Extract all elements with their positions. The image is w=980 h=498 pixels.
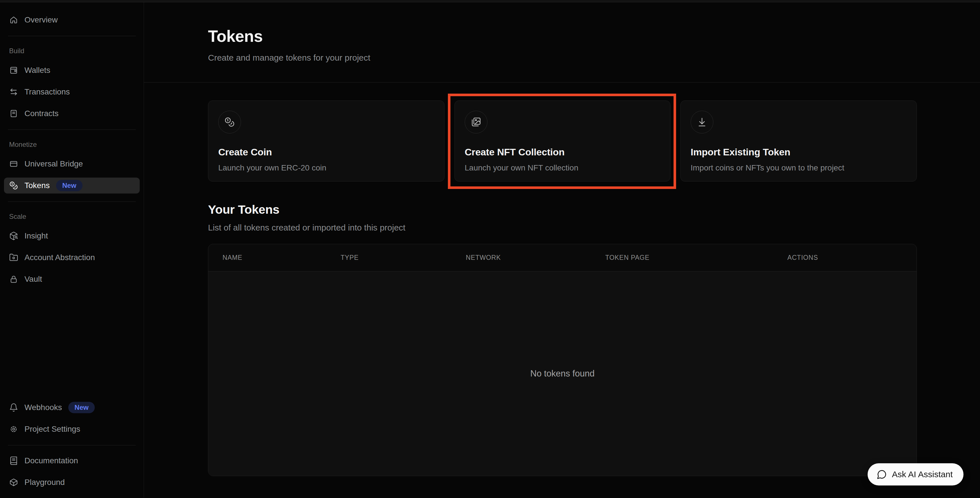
sidebar-footer: Webhooks New Project Settings Documentat… [0,399,144,490]
divider [8,129,136,130]
sidebar-item-universal-bridge[interactable]: Universal Bridge [4,156,140,172]
sidebar: Overview Build Wallets Transactions [0,2,144,498]
sidebar-item-label: Documentation [24,456,78,465]
folder-icon [9,253,18,262]
tokens-table-body: No tokens found [208,272,916,476]
create-coin-card[interactable]: Create Coin Launch your own ERC-20 coin [208,100,444,181]
cube-icon [9,478,18,487]
sidebar-section-scale: Scale [9,213,135,221]
sidebar-item-label: Universal Bridge [24,159,83,169]
column-header-type: TYPE [340,254,466,261]
sidebar-item-label: Contracts [24,109,59,118]
card-subtitle: Import coins or NFTs you own to the proj… [690,163,907,172]
sidebar-item-documentation[interactable]: Documentation [4,453,140,469]
sidebar-item-label: Insight [24,231,48,240]
sidebar-item-playground[interactable]: Playground [4,474,140,490]
create-nft-collection-card[interactable]: Create NFT Collection Launch your own NF… [455,100,670,181]
column-header-actions: ACTIONS [788,254,916,261]
column-header-network: NETWORK [466,254,605,261]
app-container: Overview Build Wallets Transactions [0,2,980,498]
gear-icon [9,425,18,434]
download-icon [690,111,713,134]
new-badge: New [68,402,95,413]
sidebar-item-label: Webhooks [24,403,62,412]
page-subtitle: Create and manage tokens for your projec… [208,53,917,63]
sidebar-item-tokens[interactable]: Tokens New [4,178,140,194]
column-header-name: NAME [223,254,340,261]
credit-card-icon [9,159,18,169]
card-title: Import Existing Token [690,146,907,158]
new-badge: New [56,180,83,191]
sidebar-item-label: Playground [24,478,65,487]
card-subtitle: Launch your own ERC-20 coin [218,163,434,172]
page-header: Tokens Create and manage tokens for your… [144,2,980,83]
wallet-icon [9,66,18,75]
card-subtitle: Launch your own NFT collection [465,163,660,172]
sidebar-item-contracts[interactable]: Contracts [4,106,140,121]
sidebar-item-label: Project Settings [24,425,80,434]
chat-bubble-icon [877,469,887,479]
sidebar-item-wallets[interactable]: Wallets [4,62,140,78]
arrows-left-right-icon [9,88,18,97]
divider [8,36,136,36]
bell-icon [9,403,18,412]
highlighted-card-wrapper: Create NFT Collection Launch your own NF… [455,100,670,181]
sidebar-item-account-abstraction[interactable]: Account Abstraction [4,250,140,266]
lock-icon [9,275,18,284]
import-existing-token-card[interactable]: Import Existing Token Import coins or NF… [680,100,917,181]
tokens-table-header: NAME TYPE NETWORK TOKEN PAGE ACTIONS [208,244,916,272]
sidebar-section-monetize: Monetize [9,141,135,148]
sidebar-item-label: Overview [24,15,58,24]
empty-state-message: No tokens found [530,369,595,379]
sidebar-item-insight[interactable]: Insight [4,228,140,244]
card-title: Create Coin [218,146,434,158]
sidebar-item-label: Tokens [24,181,50,190]
divider [8,445,136,445]
sidebar-item-overview[interactable]: Overview [4,12,140,28]
sidebar-item-transactions[interactable]: Transactions [4,84,140,100]
sidebar-item-label: Wallets [24,66,50,75]
your-tokens-subtitle: List of all tokens created or imported i… [208,223,917,232]
book-icon [9,456,18,465]
images-icon [465,111,487,134]
sidebar-item-label: Vault [24,275,42,284]
column-header-token-page: TOKEN PAGE [605,254,788,261]
your-tokens-title: Your Tokens [208,203,917,216]
home-icon [9,15,18,24]
ask-ai-assistant-button[interactable]: Ask AI Assistant [868,463,964,485]
tokens-table: NAME TYPE NETWORK TOKEN PAGE ACTIONS No … [208,244,917,476]
sidebar-item-label: Account Abstraction [24,253,95,262]
sidebar-item-vault[interactable]: Vault [4,271,140,287]
sidebar-nav: Overview Build Wallets Transactions [0,12,144,287]
coins-icon [218,111,241,134]
page-content: Create Coin Launch your own ERC-20 coin … [144,83,980,476]
package-search-icon [9,231,18,240]
sidebar-item-webhooks[interactable]: Webhooks New [4,399,140,415]
sidebar-item-label: Transactions [24,88,70,97]
coins-icon [9,181,18,190]
card-title: Create NFT Collection [465,146,660,158]
token-action-cards: Create Coin Launch your own ERC-20 coin … [208,100,917,181]
document-icon [9,109,18,118]
ask-ai-assistant-label: Ask AI Assistant [892,469,953,479]
window-chrome-strip [0,0,980,2]
main-content: Tokens Create and manage tokens for your… [144,2,980,498]
sidebar-item-project-settings[interactable]: Project Settings [4,421,140,437]
page-title: Tokens [208,27,917,46]
sidebar-section-build: Build [9,47,135,55]
